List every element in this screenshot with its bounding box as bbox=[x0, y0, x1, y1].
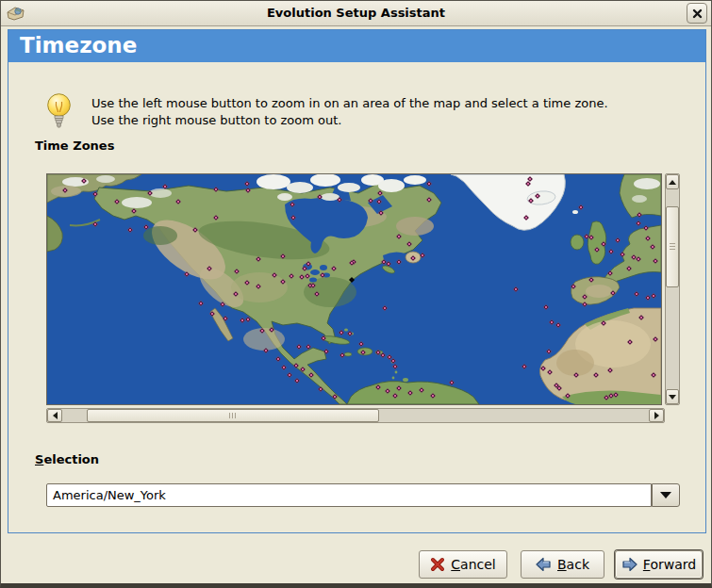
timezone-marker[interactable] bbox=[607, 368, 613, 373]
timezone-marker[interactable] bbox=[339, 352, 345, 358]
timezone-marker[interactable] bbox=[263, 348, 269, 353]
timezone-marker[interactable] bbox=[396, 259, 402, 265]
timezone-marker[interactable] bbox=[392, 364, 398, 369]
timezone-marker[interactable] bbox=[358, 341, 364, 347]
timezone-marker[interactable] bbox=[244, 181, 250, 187]
timezone-marker[interactable] bbox=[588, 235, 594, 240]
timezone-marker[interactable] bbox=[81, 178, 87, 184]
timezone-marker[interactable] bbox=[337, 197, 342, 203]
timezone-marker[interactable] bbox=[588, 277, 594, 283]
timezone-marker[interactable] bbox=[143, 224, 149, 230]
timezone-marker[interactable] bbox=[147, 190, 153, 196]
timezone-marker[interactable] bbox=[213, 187, 219, 192]
timezone-marker[interactable] bbox=[280, 279, 286, 285]
timezone-marker[interactable] bbox=[306, 344, 311, 350]
timezone-marker[interactable] bbox=[594, 247, 600, 253]
timezone-marker[interactable] bbox=[392, 393, 398, 399]
world-map[interactable] bbox=[46, 173, 662, 405]
timezone-marker[interactable] bbox=[300, 367, 306, 372]
timezone-marker[interactable] bbox=[643, 225, 649, 231]
selected-timezone-marker[interactable] bbox=[349, 277, 355, 283]
timezone-marker[interactable] bbox=[382, 305, 388, 311]
timezone-marker[interactable] bbox=[368, 198, 373, 204]
timezone-marker[interactable] bbox=[565, 393, 571, 399]
timezone-marker[interactable] bbox=[272, 272, 277, 278]
timezone-marker[interactable] bbox=[332, 394, 338, 400]
timezone-marker[interactable] bbox=[582, 302, 588, 307]
timezone-marker[interactable] bbox=[339, 330, 344, 335]
timezone-marker[interactable] bbox=[175, 199, 181, 204]
timezone-marker[interactable] bbox=[636, 256, 641, 262]
timezone-marker[interactable] bbox=[386, 261, 391, 267]
timezone-marker[interactable] bbox=[360, 350, 366, 355]
timezone-marker[interactable] bbox=[347, 331, 353, 336]
timezone-marker[interactable] bbox=[410, 255, 416, 261]
timezone-marker[interactable] bbox=[320, 272, 325, 278]
scroll-right-button[interactable] bbox=[649, 409, 664, 422]
close-button[interactable] bbox=[687, 3, 707, 24]
timezone-marker[interactable] bbox=[375, 384, 381, 390]
horizontal-scroll-thumb[interactable] bbox=[87, 409, 379, 422]
timezone-marker[interactable] bbox=[234, 269, 240, 274]
scroll-up-button[interactable] bbox=[666, 174, 679, 189]
timezone-marker[interactable] bbox=[162, 184, 168, 189]
forward-button[interactable]: Forward bbox=[615, 550, 703, 579]
timezone-marker[interactable] bbox=[259, 328, 265, 334]
timezone-marker[interactable] bbox=[407, 390, 413, 396]
timezone-marker[interactable] bbox=[296, 344, 302, 350]
cancel-button[interactable]: Cancel bbox=[419, 550, 507, 579]
timezone-marker[interactable] bbox=[281, 365, 287, 370]
timezone-marker[interactable] bbox=[610, 290, 616, 296]
timezone-marker[interactable] bbox=[377, 190, 383, 196]
timezone-marker[interactable] bbox=[223, 316, 228, 321]
timezone-marker[interactable] bbox=[207, 266, 212, 271]
timezone-marker[interactable] bbox=[318, 386, 323, 392]
timezone-marker[interactable] bbox=[636, 220, 641, 226]
timezone-marker[interactable] bbox=[426, 181, 432, 187]
timezone-marker[interactable] bbox=[269, 327, 274, 333]
timezone-marker[interactable] bbox=[317, 194, 323, 200]
timezone-marker[interactable] bbox=[213, 215, 219, 220]
timezone-marker[interactable] bbox=[294, 378, 300, 384]
timezone-marker[interactable] bbox=[593, 372, 599, 378]
timezone-marker[interactable] bbox=[256, 256, 261, 262]
timezone-marker[interactable] bbox=[396, 385, 402, 391]
timezone-marker[interactable] bbox=[430, 393, 436, 399]
timezone-marker[interactable] bbox=[287, 372, 292, 378]
timezone-marker[interactable] bbox=[523, 215, 529, 220]
timezone-marker[interactable] bbox=[653, 336, 658, 342]
timezone-marker[interactable] bbox=[601, 241, 606, 247]
scroll-down-button[interactable] bbox=[666, 389, 679, 404]
timezone-marker[interactable] bbox=[650, 244, 655, 250]
timezone-marker[interactable] bbox=[653, 258, 658, 264]
timezone-marker[interactable] bbox=[522, 364, 527, 369]
timezone-marker[interactable] bbox=[620, 252, 625, 257]
timezone-marker[interactable] bbox=[308, 372, 314, 378]
timezone-marker[interactable] bbox=[513, 286, 519, 292]
timezone-marker[interactable] bbox=[651, 372, 656, 378]
timezone-marker[interactable] bbox=[314, 291, 320, 297]
timezone-marker[interactable] bbox=[198, 301, 204, 306]
map-vertical-scrollbar[interactable] bbox=[665, 173, 680, 405]
timezone-marker[interactable] bbox=[321, 335, 326, 341]
timezone-marker[interactable] bbox=[528, 198, 534, 204]
scroll-left-button[interactable] bbox=[47, 409, 62, 422]
back-button[interactable]: Back bbox=[521, 550, 604, 579]
timezone-marker[interactable] bbox=[613, 392, 619, 398]
timezone-marker[interactable] bbox=[323, 349, 329, 354]
timezone-marker[interactable] bbox=[331, 266, 337, 271]
timezone-marker[interactable] bbox=[290, 215, 296, 220]
timezone-marker[interactable] bbox=[555, 322, 561, 328]
timezone-marker[interactable] bbox=[607, 270, 613, 276]
timezone-marker[interactable] bbox=[573, 372, 579, 378]
timezone-marker[interactable] bbox=[582, 294, 588, 300]
map-horizontal-scrollbar[interactable] bbox=[46, 408, 665, 423]
titlebar[interactable]: Evolution Setup Assistant bbox=[1, 1, 711, 26]
timezone-marker[interactable] bbox=[256, 284, 261, 289]
timezone-marker[interactable] bbox=[275, 356, 281, 362]
timezone-marker[interactable] bbox=[220, 302, 225, 307]
timezone-marker[interactable] bbox=[310, 283, 316, 288]
timezone-marker[interactable] bbox=[638, 315, 644, 320]
timezone-marker[interactable] bbox=[302, 266, 307, 271]
timezone-marker[interactable] bbox=[637, 212, 642, 218]
